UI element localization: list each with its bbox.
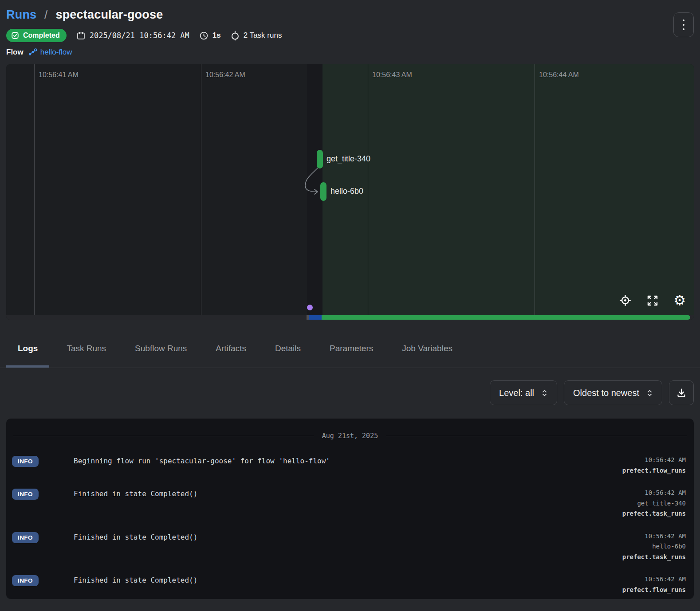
log-time: 10:56:42 AM: [622, 531, 686, 542]
log-meta: 10:56:42 AM get_title-340 prefect.task_r…: [622, 488, 686, 519]
log-task-name[interactable]: get_title-340: [622, 498, 686, 509]
tab-details[interactable]: Details: [263, 329, 312, 368]
status-label: Completed: [23, 31, 60, 39]
task-dependency-arrow: [299, 162, 334, 202]
log-level-badge: INFO: [12, 456, 39, 467]
timeline-gridline: [368, 64, 368, 315]
start-time-value: 2025/08/21 10:56:42 AM: [90, 31, 189, 40]
logs-panel: Aug 21st, 2025 INFO Beginning flow run '…: [6, 419, 694, 599]
log-time: 10:56:42 AM: [622, 574, 686, 585]
task-bar-label[interactable]: hello-6b0: [330, 187, 363, 196]
task-bar-hello[interactable]: [320, 182, 326, 201]
tab-parameters[interactable]: Parameters: [318, 329, 385, 368]
tab-logs[interactable]: Logs: [6, 329, 49, 368]
log-date-text: Aug 21st, 2025: [322, 432, 378, 440]
checkbox-check-icon: [11, 31, 19, 39]
timeline-tick-label: 10:56:42 AM: [205, 71, 245, 79]
tab-job-variables[interactable]: Job Variables: [390, 329, 464, 368]
duration: 1s: [199, 31, 221, 40]
run-meta-row: Completed 2025/08/21 10:56:42 AM 1s 2 Ta…: [6, 29, 694, 42]
log-row: INFO Finished in state Completed() 10:56…: [6, 525, 694, 568]
log-level-badge: INFO: [12, 489, 39, 500]
flow-label: Flow: [6, 48, 24, 57]
log-logger-name[interactable]: prefect.flow_runs: [622, 585, 686, 595]
log-message: Finished in state Completed(): [74, 488, 622, 500]
start-time: 2025/08/21 10:56:42 AM: [76, 31, 189, 40]
logs-filter-row: Level: all Oldest to newest: [0, 368, 700, 405]
download-logs-button[interactable]: [669, 380, 694, 405]
fullscreen-icon[interactable]: [646, 294, 659, 307]
log-meta: 10:56:42 AM prefect.flow_runs: [622, 574, 686, 595]
flow-row: Flow hello-flow: [6, 48, 694, 57]
run-tabs: Logs Task Runs Subflow Runs Artifacts De…: [0, 329, 700, 368]
more-actions-button[interactable]: [673, 12, 694, 37]
clock-icon: [199, 31, 208, 40]
task-run-icon: [231, 31, 240, 41]
log-logger-name[interactable]: prefect.task_runs: [622, 552, 686, 563]
timeline-tick-label: 10:56:44 AM: [539, 71, 579, 79]
timeline-tick-label: 10:56:43 AM: [372, 71, 412, 79]
download-icon: [676, 388, 687, 398]
timeline-minimap[interactable]: [6, 315, 694, 320]
task-run-count-value: 2 Task runs: [244, 31, 282, 40]
minimap-run-segment[interactable]: [322, 315, 690, 320]
timeline-run-duration-region: [322, 64, 694, 320]
settings-gear-icon[interactable]: ⚙: [673, 294, 686, 307]
chevron-updown-icon: [646, 389, 653, 397]
log-message: Finished in state Completed(): [74, 531, 622, 544]
log-time: 10:56:42 AM: [622, 455, 686, 466]
flow-run-timeline[interactable]: 10:56:41 AM 10:56:42 AM 10:56:43 AM 10:5…: [6, 64, 694, 320]
task-run-count: 2 Task runs: [231, 31, 282, 41]
page-title: spectacular-goose: [55, 8, 163, 21]
minimap-viewport-segment[interactable]: [309, 315, 322, 320]
task-bar-label[interactable]: get_title-340: [326, 154, 370, 164]
log-meta: 10:56:42 AM hello-6b0 prefect.task_runs: [622, 531, 686, 563]
log-sort-value: Oldest to newest: [573, 388, 639, 398]
status-badge: Completed: [6, 29, 67, 42]
breadcrumb-runs-link[interactable]: Runs: [6, 8, 36, 21]
tab-artifacts[interactable]: Artifacts: [204, 329, 258, 368]
log-time: 10:56:42 AM: [622, 488, 686, 498]
log-meta: 10:56:42 AM prefect.flow_runs: [622, 455, 686, 476]
duration-value: 1s: [212, 31, 221, 40]
breadcrumb: Runs / spectacular-goose: [6, 8, 694, 22]
breadcrumb-separator: /: [44, 8, 48, 21]
timeline-controls: ⚙: [619, 294, 686, 307]
log-level-select[interactable]: Level: all: [490, 380, 557, 405]
log-message: Beginning flow run 'spectacular-goose' f…: [74, 455, 622, 467]
log-logger-name[interactable]: prefect.task_runs: [622, 509, 686, 519]
kebab-icon: [683, 20, 684, 21]
timeline-gridline: [201, 64, 201, 315]
log-message: Finished in state Completed(): [74, 574, 622, 587]
task-bar-get-title[interactable]: [317, 150, 323, 168]
log-level-value: Level: all: [499, 388, 534, 398]
timeline-tick-label: 10:56:41 AM: [39, 71, 79, 79]
tab-subflow-runs[interactable]: Subflow Runs: [123, 329, 198, 368]
log-level-badge: INFO: [12, 532, 39, 543]
timeline-gridline: [535, 64, 535, 315]
chevron-updown-icon: [541, 389, 548, 397]
log-row: INFO Beginning flow run 'spectacular-goo…: [6, 449, 694, 482]
log-row: INFO Finished in state Completed() 10:56…: [6, 568, 694, 599]
event-marker-dot[interactable]: [307, 305, 313, 310]
log-date-divider: Aug 21st, 2025: [13, 432, 687, 440]
log-logger-name[interactable]: prefect.flow_runs: [622, 466, 686, 476]
log-sort-select[interactable]: Oldest to newest: [564, 380, 662, 405]
flow-icon: [28, 48, 37, 57]
log-row: INFO Finished in state Completed() 10:56…: [6, 482, 694, 525]
flow-name: hello-flow: [40, 48, 72, 57]
calendar-icon: [76, 31, 86, 40]
log-task-name[interactable]: hello-6b0: [622, 541, 686, 552]
flow-link[interactable]: hello-flow: [28, 48, 72, 57]
page-header: Runs / spectacular-goose Completed 2025/…: [0, 0, 700, 57]
log-level-badge: INFO: [12, 575, 39, 586]
tab-task-runs[interactable]: Task Runs: [55, 329, 118, 368]
timeline-gridline: [34, 64, 35, 315]
recenter-icon[interactable]: [619, 294, 632, 307]
